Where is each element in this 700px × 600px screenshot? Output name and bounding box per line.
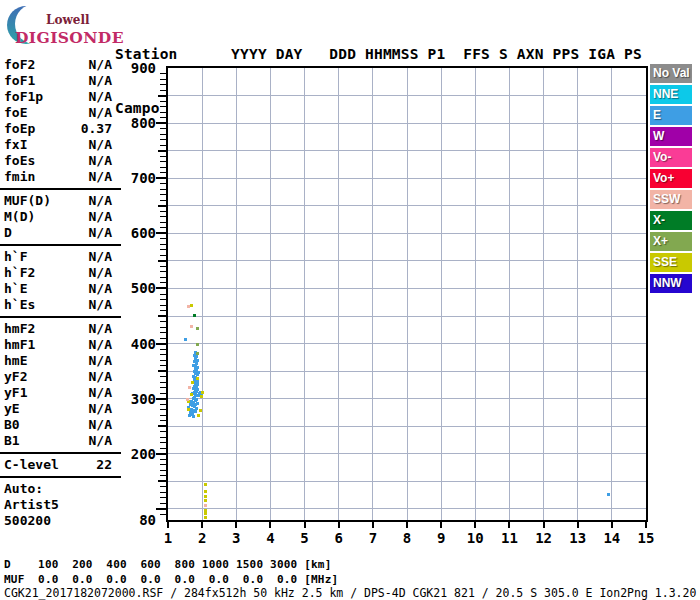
echo-point bbox=[191, 381, 194, 384]
parameter-value: N/A bbox=[89, 337, 112, 353]
y-axis-tick bbox=[156, 343, 166, 345]
echo-point bbox=[189, 403, 192, 406]
gridline-horizontal bbox=[168, 233, 646, 234]
y-axis-tick bbox=[158, 260, 166, 262]
gridline-vertical bbox=[543, 68, 544, 520]
echo-type-legend: No ValNNEEWVo-Vo+SSWX-X+SSENNW bbox=[650, 64, 692, 295]
parameter-row: DN/A bbox=[4, 225, 120, 241]
legend-item: Vo- bbox=[650, 148, 692, 167]
parameter-label: hmF2 bbox=[4, 321, 35, 336]
parameter-label: hmF1 bbox=[4, 337, 35, 352]
parameter-label: 500200 bbox=[4, 513, 51, 528]
parameter-row: B1N/A bbox=[4, 433, 120, 449]
parameter-row: foF1N/A bbox=[4, 73, 120, 89]
parameter-value: N/A bbox=[89, 169, 112, 185]
parameter-value: N/A bbox=[89, 249, 112, 265]
gridline-horizontal bbox=[168, 481, 646, 482]
parameter-value: N/A bbox=[89, 225, 112, 241]
parameter-value: N/A bbox=[89, 153, 112, 169]
parameter-value: N/A bbox=[89, 385, 112, 401]
parameter-label: yF1 bbox=[4, 385, 27, 400]
echo-point bbox=[188, 414, 191, 417]
x-axis-label: 1 bbox=[154, 530, 182, 546]
gridline-vertical bbox=[202, 68, 203, 520]
parameter-label: fxI bbox=[4, 137, 27, 152]
parameter-label: D bbox=[4, 225, 12, 240]
echo-point bbox=[196, 343, 199, 346]
parameter-label: h`F bbox=[4, 249, 27, 264]
gridline-horizontal bbox=[168, 453, 646, 454]
parameter-row: foEN/A bbox=[4, 105, 120, 121]
section-divider bbox=[0, 244, 121, 246]
x-axis-tick bbox=[577, 522, 579, 528]
y-axis-tick bbox=[158, 370, 166, 372]
x-axis-label: 12 bbox=[530, 530, 558, 546]
parameter-row: hmF1N/A bbox=[4, 337, 120, 353]
x-axis-label: 7 bbox=[359, 530, 387, 546]
gridline-vertical bbox=[270, 68, 271, 520]
x-axis-label: 4 bbox=[256, 530, 284, 546]
parameter-label: foE bbox=[4, 105, 27, 120]
parameter-row: M(D)N/A bbox=[4, 209, 120, 225]
parameter-value: N/A bbox=[89, 57, 112, 73]
parameter-row: Auto: bbox=[4, 481, 120, 497]
gridline-horizontal bbox=[168, 150, 646, 151]
gridline-vertical bbox=[407, 68, 408, 520]
echo-point bbox=[184, 338, 187, 341]
echo-point bbox=[607, 493, 610, 496]
x-axis-tick bbox=[406, 522, 408, 528]
x-axis-label: 3 bbox=[222, 530, 250, 546]
echo-point bbox=[194, 410, 197, 413]
ionogram-app: Lowell DIGISONDE Station YYYY DAY DDD HH… bbox=[0, 0, 700, 600]
parameter-value: N/A bbox=[89, 321, 112, 337]
parameter-label: C-level bbox=[4, 457, 59, 472]
parameter-value: N/A bbox=[89, 433, 112, 449]
y-axis-tick bbox=[158, 425, 166, 427]
parameter-row: h`EN/A bbox=[4, 281, 120, 297]
echo-point bbox=[186, 398, 189, 401]
parameter-row: B0N/A bbox=[4, 417, 120, 433]
parameter-label: foF1 bbox=[4, 73, 35, 88]
gridline-vertical bbox=[372, 68, 373, 520]
echo-point bbox=[204, 495, 207, 498]
section-divider bbox=[0, 316, 121, 318]
parameter-row: hmF2N/A bbox=[4, 321, 120, 337]
parameter-row: yF2N/A bbox=[4, 369, 120, 385]
parameter-row: foF2N/A bbox=[4, 57, 120, 73]
parameter-value: N/A bbox=[89, 281, 112, 297]
x-axis-tick bbox=[645, 522, 647, 528]
echo-point bbox=[190, 393, 193, 396]
x-axis-tick bbox=[338, 522, 340, 528]
parameter-label: foEs bbox=[4, 153, 35, 168]
y-axis-tick bbox=[156, 177, 166, 179]
x-axis-label: 10 bbox=[461, 530, 489, 546]
parameter-value: N/A bbox=[89, 353, 112, 369]
x-axis-tick bbox=[611, 522, 613, 528]
parameter-value: N/A bbox=[89, 137, 112, 153]
y-axis-tick bbox=[156, 508, 166, 510]
y-axis-tick bbox=[156, 453, 166, 455]
parameter-row: foEsN/A bbox=[4, 153, 120, 169]
parameter-label: yE bbox=[4, 401, 20, 416]
echo-point bbox=[200, 395, 203, 398]
x-axis-label: 6 bbox=[325, 530, 353, 546]
y-axis-tick bbox=[156, 398, 166, 400]
echo-point bbox=[196, 352, 199, 355]
x-axis-tick bbox=[201, 522, 203, 528]
legend-item: E bbox=[650, 106, 692, 125]
legend-item: X+ bbox=[650, 232, 692, 251]
gridline-horizontal bbox=[168, 398, 646, 399]
gridline-horizontal bbox=[168, 371, 646, 372]
muf-distance-row: D 100 200 400 600 800 1000 1500 3000 [km… bbox=[4, 558, 338, 573]
parameter-label: foEp bbox=[4, 121, 35, 136]
parameter-row: foF1pN/A bbox=[4, 89, 120, 105]
x-axis-label: 5 bbox=[291, 530, 319, 546]
echo-point bbox=[193, 314, 196, 317]
section-divider bbox=[0, 188, 121, 190]
parameter-row: foEp0.37 bbox=[4, 121, 120, 137]
x-axis-tick bbox=[304, 522, 306, 528]
x-axis-tick bbox=[269, 522, 271, 528]
gridline-horizontal bbox=[168, 508, 646, 509]
echo-point bbox=[204, 483, 207, 486]
x-axis-tick bbox=[440, 522, 442, 528]
